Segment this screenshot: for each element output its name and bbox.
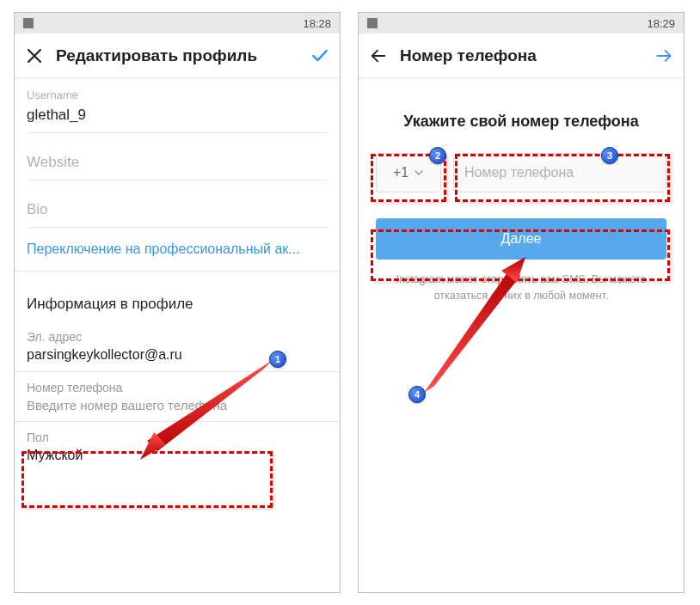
confirm-icon[interactable] <box>310 46 329 65</box>
next-button[interactable]: Далее <box>376 218 666 260</box>
gender-field[interactable]: Пол Мужской <box>15 422 340 472</box>
username-label: Username <box>27 89 328 101</box>
nav-title: Номер телефона <box>400 46 642 65</box>
status-time: 18:29 <box>647 17 675 30</box>
country-code-value: +1 <box>393 165 408 180</box>
phone-left: 18:28 Редактировать профиль Username gle… <box>14 12 341 593</box>
close-icon[interactable] <box>25 46 44 65</box>
app-indicator-icon <box>23 18 34 28</box>
switch-professional-link[interactable]: Переключение на профессиональный ак... <box>15 228 340 272</box>
username-value: glethal_9 <box>27 107 328 124</box>
phone-input[interactable]: Номер телефона <box>453 153 666 192</box>
enter-phone-heading: Укажите свой номер телефона <box>376 113 666 131</box>
forward-icon[interactable] <box>654 46 673 65</box>
status-bar: 18:29 <box>359 13 684 34</box>
phone-right: 18:29 Номер телефона Укажите свой номер … <box>358 12 685 593</box>
sms-hint: Instagram может отправлять вам SMS. Вы м… <box>393 272 649 304</box>
profile-info-title: Информация в профиле <box>15 284 340 321</box>
email-field[interactable]: Эл. адрес parsingkeykollector@a.ru <box>15 321 340 372</box>
username-field[interactable]: Username glethal_9 <box>27 78 328 133</box>
email-label: Эл. адрес <box>27 330 328 344</box>
back-icon[interactable] <box>369 46 388 65</box>
bio-label: Bio <box>27 201 328 218</box>
phone-placeholder: Введите номер вашего телефона <box>27 398 328 412</box>
nav-bar: Редактировать профиль <box>15 34 340 78</box>
phone-label: Номер телефона <box>27 381 328 394</box>
step-badge-3: 3 <box>601 147 618 164</box>
edit-fields-section: Username glethal_9 Website Bio <box>15 78 340 228</box>
step-badge-1: 1 <box>269 351 286 368</box>
bio-field[interactable]: Bio <box>27 180 328 228</box>
step-badge-2: 2 <box>429 147 446 164</box>
gender-value: Мужской <box>27 448 328 463</box>
nav-title: Редактировать профиль <box>56 46 298 65</box>
spacer <box>15 272 340 284</box>
phone-input-placeholder: Номер телефона <box>464 165 574 180</box>
website-field[interactable]: Website <box>27 133 328 180</box>
status-bar: 18:28 <box>15 13 340 34</box>
gender-label: Пол <box>27 431 328 444</box>
status-time: 18:28 <box>303 17 331 30</box>
website-label: Website <box>27 154 328 171</box>
app-indicator-icon <box>367 18 378 28</box>
nav-bar: Номер телефона <box>359 34 684 78</box>
next-button-label: Далее <box>501 231 542 247</box>
chevron-down-icon <box>414 168 424 178</box>
phone-field[interactable]: Номер телефона Введите номер вашего теле… <box>15 372 340 422</box>
step-badge-4: 4 <box>408 386 426 403</box>
phone-input-row: +1 Номер телефона <box>359 153 684 192</box>
